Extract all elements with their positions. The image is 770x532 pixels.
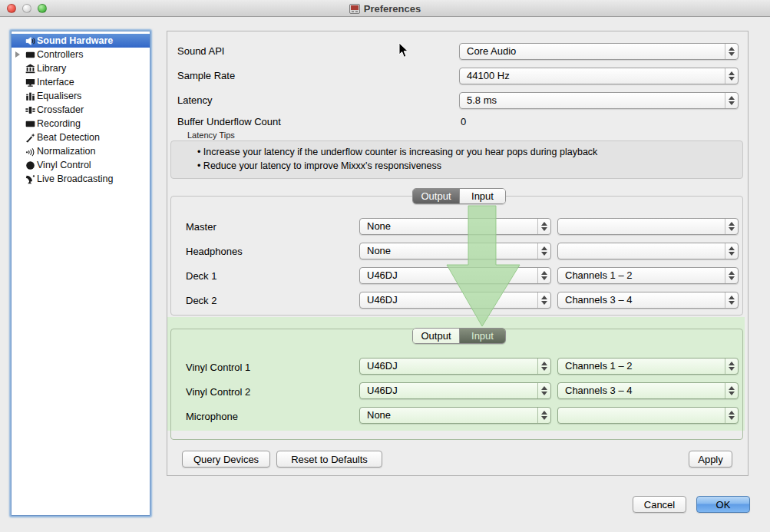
deck2-label: Deck 2 (186, 295, 216, 306)
sidebar-item-vinyl-control[interactable]: Vinyl Control (12, 158, 150, 172)
latency-tip-2: • Reduce your latency to improve Mixxx's… (197, 160, 441, 171)
latency-tips-title: Latency Tips (187, 131, 235, 140)
stepper-icon (537, 219, 550, 234)
stepper-icon (725, 219, 738, 234)
input-section-tabset: Output Input (412, 328, 506, 344)
sidebar-item-label: Crossfader (37, 104, 84, 115)
stepper-icon (725, 268, 738, 283)
cassette-icon (24, 119, 37, 129)
stepper-icon (537, 383, 550, 398)
preferences-window: Preferences Sound Hardware Controllers L… (0, 0, 770, 532)
sidebar-item-label: Beat Detection (37, 132, 100, 143)
sidebar-item-label: Recording (37, 118, 81, 129)
sound-waves-icon (24, 147, 37, 157)
vinyl-control-2-label: Vinyl Control 2 (186, 386, 250, 398)
speaker-icon (24, 36, 37, 46)
deck1-label: Deck 1 (186, 270, 216, 282)
tab-output[interactable]: Output (413, 329, 459, 343)
sidebar-item-normalization[interactable]: Normalization (12, 144, 150, 158)
sidebar-item-label: Library (37, 63, 66, 74)
latency-dropdown[interactable]: 5.8 ms (459, 92, 739, 109)
monitor-icon (24, 78, 37, 88)
satellite-icon (24, 174, 37, 184)
library-icon (24, 64, 37, 74)
stepper-icon (537, 359, 550, 374)
sidebar-item-label: Vinyl Control (37, 160, 91, 170)
stepper-icon (725, 383, 738, 398)
title-bar: Preferences (0, 0, 770, 17)
vinyl-control-1-label: Vinyl Control 1 (186, 362, 250, 373)
sidebar-item-equalisers[interactable]: Equalisers (12, 89, 150, 103)
sound-api-dropdown[interactable]: Core Audio (459, 43, 739, 60)
ok-button[interactable]: OK (696, 496, 750, 513)
master-device-dropdown[interactable]: None (359, 218, 551, 235)
sidebar-item-beat-detection[interactable]: Beat Detection (12, 131, 150, 144)
stepper-icon (537, 292, 550, 308)
preferences-sidebar: Sound Hardware Controllers Library Inter… (11, 31, 150, 516)
stepper-icon (725, 292, 738, 308)
latency-tip-1: • Increase your latency if the underflow… (197, 147, 597, 157)
sample-rate-dropdown[interactable]: 44100 Hz (459, 68, 739, 84)
stepper-icon (725, 408, 738, 423)
master-channels-dropdown[interactable] (557, 218, 739, 235)
sidebar-item-label: Controllers (37, 49, 83, 60)
stepper-icon (725, 243, 738, 259)
microphone-label: Microphone (186, 411, 238, 422)
stepper-icon (725, 359, 738, 374)
sidebar-item-live-broadcasting[interactable]: Live Broadcasting (12, 172, 150, 186)
stepper-icon (725, 68, 738, 84)
headphones-label: Headphones (186, 246, 243, 257)
sidebar-item-controllers[interactable]: Controllers (12, 48, 150, 61)
cancel-button[interactable]: Cancel (633, 496, 686, 513)
stepper-icon (725, 44, 738, 59)
sidebar-item-label: Sound Hardware (37, 35, 113, 46)
equalizer-icon (24, 91, 37, 101)
tab-input[interactable]: Input (459, 189, 505, 203)
stepper-icon (537, 243, 550, 259)
vinyl-icon (24, 160, 37, 170)
vinyl-control-1-channels-dropdown[interactable]: Channels 1 – 2 (557, 358, 739, 375)
vinyl-control-1-device-dropdown[interactable]: U46DJ (359, 358, 551, 375)
sidebar-item-label: Equalisers (37, 91, 81, 101)
stepper-icon (537, 268, 550, 283)
deck2-channels-dropdown[interactable]: Channels 3 – 4 (557, 292, 739, 309)
crossfader-icon (24, 105, 37, 115)
apply-button[interactable]: Apply (689, 451, 732, 468)
latency-label: Latency (177, 94, 213, 106)
sample-rate-label: Sample Rate (177, 70, 235, 81)
window-title: Preferences (364, 3, 421, 15)
reset-to-defaults-button[interactable]: Reset to Defaults (276, 451, 382, 468)
disclosure-triangle-icon[interactable] (12, 51, 24, 58)
sound-api-label: Sound API (177, 45, 224, 57)
vinyl-control-2-device-dropdown[interactable]: U46DJ (359, 382, 551, 399)
sidebar-item-library[interactable]: Library (12, 61, 150, 75)
buffer-underflow-value: 0 (461, 116, 466, 127)
tab-input[interactable]: Input (459, 329, 505, 343)
preferences-icon (349, 4, 360, 14)
master-label: Master (186, 221, 216, 233)
buffer-underflow-label: Buffer Underflow Count (177, 116, 281, 127)
stepper-icon (537, 408, 550, 423)
sidebar-item-label: Live Broadcasting (37, 173, 113, 184)
microphone-channels-dropdown[interactable] (557, 407, 739, 424)
sidebar-item-label: Normalization (37, 146, 95, 157)
query-devices-button[interactable]: Query Devices (182, 451, 270, 468)
headphones-device-dropdown[interactable]: None (359, 243, 551, 259)
wand-icon (24, 133, 37, 143)
output-section-tabset: Output Input (412, 188, 506, 204)
tab-output[interactable]: Output (413, 189, 459, 203)
headphones-channels-dropdown[interactable] (557, 243, 739, 259)
sidebar-item-recording[interactable]: Recording (12, 117, 150, 131)
sidebar-item-label: Interface (37, 77, 74, 88)
deck1-channels-dropdown[interactable]: Channels 1 – 2 (557, 267, 739, 284)
microphone-device-dropdown[interactable]: None (359, 407, 551, 424)
stepper-icon (725, 93, 738, 108)
deck2-device-dropdown[interactable]: U46DJ (359, 292, 551, 309)
controller-icon (24, 50, 37, 60)
sidebar-item-crossfader[interactable]: Crossfader (12, 103, 150, 117)
sidebar-item-interface[interactable]: Interface (12, 75, 150, 89)
deck1-device-dropdown[interactable]: U46DJ (359, 267, 551, 284)
vinyl-control-2-channels-dropdown[interactable]: Channels 3 – 4 (557, 382, 739, 399)
sidebar-item-sound-hardware[interactable]: Sound Hardware (12, 34, 150, 48)
